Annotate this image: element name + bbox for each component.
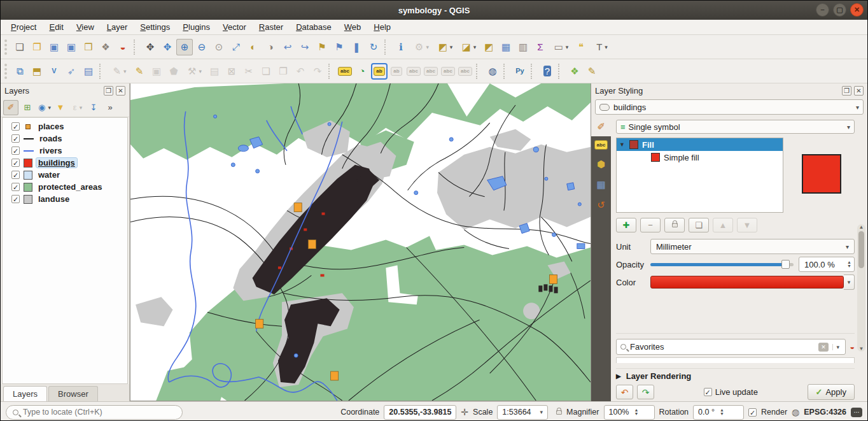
- delete-selected-icon[interactable]: ⊠: [223, 63, 240, 80]
- zoom-in-icon[interactable]: ⊕: [176, 39, 193, 55]
- zoom-out-icon[interactable]: ⊖: [193, 39, 210, 55]
- locator-input[interactable]: [23, 408, 176, 417]
- undo-style-button[interactable]: ↶: [616, 385, 633, 399]
- style-search-input[interactable]: [630, 342, 815, 352]
- new-geopackage-layer-icon[interactable]: ⬒: [29, 63, 45, 80]
- zoom-last-icon[interactable]: ↩: [279, 39, 296, 55]
- add-group-icon[interactable]: ⊞: [20, 100, 35, 115]
- help-icon[interactable]: ?: [539, 63, 556, 80]
- panel-scrollbar[interactable]: ▲▼: [857, 224, 865, 352]
- spin-arrows-icon[interactable]: ▲▼: [720, 408, 724, 416]
- style-search-box[interactable]: ✕ ▾: [616, 339, 846, 355]
- checkbox-checked-icon[interactable]: [704, 388, 712, 396]
- panel-overflow-icon[interactable]: »: [102, 100, 118, 115]
- modify-attributes-icon[interactable]: ▤: [206, 63, 223, 80]
- apply-button[interactable]: ✓ Apply: [808, 384, 855, 400]
- live-update-checkbox[interactable]: Live update: [704, 387, 758, 397]
- menu-view[interactable]: View: [70, 21, 101, 33]
- menu-web[interactable]: Web: [338, 21, 368, 33]
- new-project-icon[interactable]: ❏: [11, 39, 28, 55]
- new-virtual-layer-icon[interactable]: ▤: [80, 63, 97, 80]
- layer-diagram-icon[interactable]: ◔: [354, 63, 370, 80]
- color-dropdown-icon[interactable]: ▾: [844, 275, 855, 290]
- color-button[interactable]: [650, 276, 844, 289]
- new-shapefile-layer-icon[interactable]: V: [46, 63, 62, 80]
- toolbar-separator[interactable]: [99, 64, 105, 79]
- tab-diagrams-icon[interactable]: ▦: [596, 179, 605, 190]
- tab-history-icon[interactable]: ↺: [597, 199, 605, 211]
- zoom-full-icon[interactable]: ⤢: [228, 39, 244, 55]
- select-features-icon[interactable]: ◩: [433, 39, 456, 55]
- tab-symbology[interactable]: ✐: [591, 117, 611, 136]
- python-console-icon[interactable]: Py: [512, 63, 528, 80]
- show-layout-manager-icon[interactable]: ❖: [97, 39, 114, 55]
- lock-scale-icon[interactable]: [556, 410, 562, 415]
- maximize-button[interactable]: ▢: [833, 3, 846, 17]
- toolbar-handle[interactable]: [4, 64, 10, 79]
- layer-labeling-icon[interactable]: abc: [337, 63, 353, 80]
- toolbar-separator[interactable]: [531, 64, 536, 79]
- layer-row-protected-areas[interactable]: protected_areas: [3, 181, 127, 193]
- toolbar-separator[interactable]: [384, 39, 390, 55]
- run-feature-action-icon[interactable]: ⚙: [410, 39, 433, 55]
- menu-plugins[interactable]: Plugins: [176, 21, 216, 33]
- toolbar-separator[interactable]: [558, 64, 564, 79]
- zoom-to-selection-icon[interactable]: ◐: [245, 39, 262, 55]
- plugin-osm-search-icon[interactable]: ❖: [566, 63, 583, 80]
- plugin-map-editor-icon[interactable]: ✎: [584, 63, 600, 80]
- menu-help[interactable]: Help: [367, 21, 397, 33]
- tab-labels-icon[interactable]: abc: [594, 140, 608, 150]
- toolbar-separator[interactable]: [503, 64, 509, 79]
- undo-icon[interactable]: ↶: [292, 63, 309, 80]
- add-symbol-layer-button[interactable]: ✚: [616, 218, 636, 232]
- save-project-as-icon[interactable]: ▣: [63, 39, 80, 55]
- open-styling-dock-icon[interactable]: ✐: [3, 100, 18, 115]
- new-spatialite-layer-icon[interactable]: ➶: [63, 63, 80, 80]
- redo-style-button[interactable]: ↷: [637, 385, 654, 399]
- pan-map-icon[interactable]: ✥: [142, 39, 158, 55]
- map-tips-icon[interactable]: ❝: [573, 39, 589, 55]
- lock-color-button[interactable]: [664, 218, 685, 232]
- show-hide-labels-icon[interactable]: abc: [405, 63, 422, 80]
- coordinate-toggle-icon[interactable]: ✛: [461, 407, 468, 417]
- toolbar-separator[interactable]: [134, 39, 139, 55]
- zoom-to-layer-icon[interactable]: ◑: [262, 39, 279, 55]
- expander-right-icon[interactable]: ▶: [616, 373, 621, 380]
- identify-features-icon[interactable]: ℹ: [393, 39, 409, 55]
- cut-features-icon[interactable]: ✂: [241, 63, 257, 80]
- coordinate-value[interactable]: 20.5355,-33.9815: [384, 405, 456, 420]
- menu-layer[interactable]: Layer: [101, 21, 134, 33]
- basic-statistics-icon[interactable]: ▥: [515, 39, 531, 55]
- zoom-next-icon[interactable]: ↪: [297, 39, 313, 55]
- new-bookmark-icon[interactable]: ⚑: [314, 39, 330, 55]
- layer-visibility-checkbox[interactable]: [11, 146, 20, 155]
- move-label-icon[interactable]: abc: [423, 63, 439, 80]
- panel-float-icon[interactable]: ❐: [104, 86, 113, 96]
- opacity-spinbox[interactable]: 100.0 % ▲▼: [799, 257, 855, 272]
- redo-icon[interactable]: ↷: [309, 63, 326, 80]
- expand-collapse-icon[interactable]: ↧: [86, 100, 101, 115]
- layer-visibility-checkbox[interactable]: [11, 171, 20, 179]
- menu-settings[interactable]: Settings: [134, 21, 176, 33]
- move-up-button[interactable]: ▲: [713, 218, 733, 232]
- menu-raster[interactable]: Raster: [253, 21, 290, 33]
- remove-symbol-layer-button[interactable]: −: [640, 218, 661, 232]
- pin-labels-icon[interactable]: ab: [371, 63, 388, 80]
- layer-visibility-checkbox[interactable]: [11, 183, 20, 191]
- show-bookmarks-icon[interactable]: ⚑: [331, 39, 347, 55]
- menu-vector[interactable]: Vector: [216, 21, 253, 33]
- layer-visibility-checkbox[interactable]: [11, 122, 20, 131]
- crs-globe-icon[interactable]: ◍: [792, 407, 799, 417]
- panel-close-icon[interactable]: ✕: [854, 86, 864, 96]
- locator-box[interactable]: [6, 405, 183, 420]
- filter-by-expression-icon[interactable]: ε: [69, 100, 85, 115]
- tab-3d-view-icon[interactable]: ⬢: [597, 159, 605, 170]
- menu-edit[interactable]: Edit: [43, 21, 69, 33]
- render-checkbox[interactable]: [748, 408, 757, 417]
- layer-row-buildings[interactable]: buildings: [3, 157, 127, 169]
- copy-features-icon[interactable]: ❏: [258, 63, 274, 80]
- current-edits-icon[interactable]: ✎: [108, 63, 130, 80]
- statistical-summary-icon[interactable]: Σ: [532, 39, 549, 55]
- new-print-layout-icon[interactable]: ❒: [80, 39, 97, 55]
- refresh-map-icon[interactable]: ↻: [365, 39, 382, 55]
